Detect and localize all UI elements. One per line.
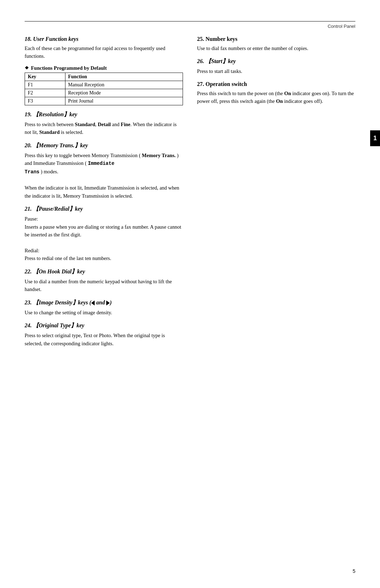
- arrow-right-icon: [106, 301, 110, 305]
- section-26-title-text: 【Start】key: [205, 58, 236, 64]
- section-26: 26. 【Start】key Press to start all tasks.: [197, 58, 355, 75]
- section-18-number: 18.: [25, 36, 32, 42]
- section-26-body: Press to start all tasks.: [197, 67, 355, 75]
- redial-body: Press to redial one of the last ten numb…: [25, 255, 111, 261]
- section-20: 20. 【Memory Trans.】key Press this key to…: [25, 142, 183, 200]
- pause-body: Inserts a pause when you are dialing or …: [25, 224, 181, 237]
- section-19-title-text: 【Resolution】key: [33, 111, 77, 117]
- section-23: 23. 【Image Density】keys ( and ) Use to c…: [25, 299, 183, 316]
- section-18-body: Each of these can be programmed for rapi…: [25, 44, 183, 60]
- section-21-number: 21.: [25, 206, 32, 212]
- section-19-title: 19. 【Resolution】key: [25, 111, 183, 118]
- table-row: F3Print Journal: [25, 97, 183, 105]
- section-21: 21. 【Pause/Redial】key Pause: Inserts a p…: [25, 205, 183, 262]
- table-header-key: Key: [25, 73, 65, 81]
- pause-label: Pause:: [25, 216, 38, 222]
- section-25-body: Use to dial fax numbers or enter the num…: [197, 44, 355, 52]
- section-22: 22. 【On Hook Dial】key Use to dial a numb…: [25, 268, 183, 293]
- section-20-title-text: 【Memory Trans.】key: [33, 142, 88, 148]
- section-18-title-text: User Function keys: [33, 36, 78, 42]
- arrow-left-icon: [91, 301, 95, 305]
- page-number: 5: [353, 568, 355, 574]
- section-24-number: 24.: [25, 322, 32, 328]
- section-23-title-text: 【Image Density】keys (: [33, 299, 91, 305]
- section-25: 25. Number keys Use to dial fax numbers …: [197, 36, 355, 52]
- section-23-body: Use to change the setting of image densi…: [25, 309, 183, 316]
- section-24-body: Press to select original type, Text or P…: [25, 332, 183, 347]
- section-26-number: 26.: [197, 58, 204, 64]
- section-24-title: 24. 【Original Type】key: [25, 322, 183, 329]
- functions-default-heading: Functions Programmed by Default: [25, 65, 183, 71]
- table-body: F1Manual ReceptionF2Reception ModeF3Prin…: [25, 81, 183, 105]
- right-column: 25. Number keys Use to dial fax numbers …: [197, 36, 355, 353]
- section-20-body: Press this key to toggle between Memory …: [25, 151, 183, 200]
- section-25-title: 25. Number keys: [197, 36, 355, 42]
- functions-table: Key Function F1Manual ReceptionF2Recepti…: [25, 73, 183, 105]
- table-cell-function: Print Journal: [65, 97, 183, 105]
- section-22-title-text: 【On Hook Dial】key: [33, 268, 85, 274]
- section-24: 24. 【Original Type】key Press to select o…: [25, 322, 183, 347]
- header-label: Control Panel: [328, 24, 355, 29]
- section-22-number: 22.: [25, 268, 32, 274]
- table-row: F2Reception Mode: [25, 89, 183, 97]
- redial-label: Redial:: [25, 248, 39, 253]
- table-cell-key: F2: [25, 89, 65, 97]
- section-27-title: 27. Operation switch: [197, 81, 355, 87]
- section-18-title: 18. User Function keys: [25, 36, 183, 42]
- section-21-body: Pause: Inserts a pause when you are dial…: [25, 215, 183, 262]
- section-27: 27. Operation switch Press this switch t…: [197, 81, 355, 105]
- section-23-title: 23. 【Image Density】keys ( and ): [25, 299, 183, 307]
- page-container: Control Panel 18. User Function keys Eac…: [0, 0, 380, 588]
- section-22-title: 22. 【On Hook Dial】key: [25, 268, 183, 276]
- top-rule: [25, 21, 355, 21]
- side-tab: 1: [370, 130, 380, 146]
- section-21-title: 21. 【Pause/Redial】key: [25, 205, 183, 213]
- table-header-row: Key Function: [25, 73, 183, 81]
- two-column-layout: 18. User Function keys Each of these can…: [25, 36, 355, 353]
- page-header: Control Panel: [25, 24, 355, 29]
- section-19-number: 19.: [25, 111, 32, 117]
- table-cell-key: F3: [25, 97, 65, 105]
- table-header-function: Function: [65, 73, 183, 81]
- section-27-title-text: Operation switch: [205, 81, 247, 87]
- section-20-number: 20.: [25, 142, 32, 148]
- left-column: 18. User Function keys Each of these can…: [25, 36, 183, 353]
- section-25-title-text: Number keys: [205, 36, 238, 42]
- section-22-body: Use to dial a number from the numeric ke…: [25, 278, 183, 293]
- section-20-title: 20. 【Memory Trans.】key: [25, 142, 183, 149]
- section-19: 19. 【Resolution】key Press to switch betw…: [25, 111, 183, 136]
- section-18: 18. User Function keys Each of these can…: [25, 36, 183, 105]
- section-26-title: 26. 【Start】key: [197, 58, 355, 65]
- table-cell-function: Manual Reception: [65, 81, 183, 89]
- section-19-body: Press to switch between Standard, Detail…: [25, 120, 183, 136]
- section-25-number: 25.: [197, 36, 205, 42]
- section-24-title-text: 【Original Type】key: [33, 322, 84, 328]
- table-cell-key: F1: [25, 81, 65, 89]
- section-27-number: 27.: [197, 81, 205, 87]
- table-cell-function: Reception Mode: [65, 89, 183, 97]
- section-23-number: 23.: [25, 299, 32, 305]
- table-row: F1Manual Reception: [25, 81, 183, 89]
- section-27-body: Press this switch to turn the power on (…: [197, 89, 355, 105]
- section-21-title-text: 【Pause/Redial】key: [33, 206, 83, 212]
